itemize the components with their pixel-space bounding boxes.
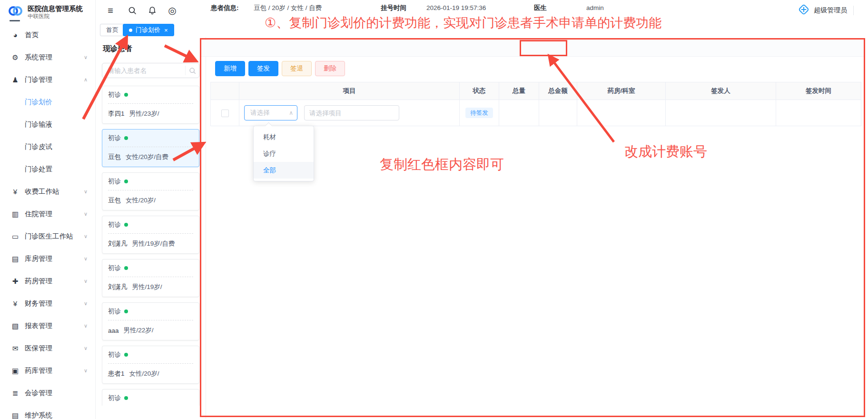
sidebar-item-outpatient-pricing[interactable]: 门诊划价 [0, 91, 95, 113]
sidebar-item-report-mgmt[interactable]: ▧ 报表管理 ∨ [0, 315, 95, 337]
patient-card[interactable]: 初诊 豆包女性/20岁/ [102, 172, 199, 210]
patient-info: 男性/22岁/ [124, 326, 154, 335]
sidebar-item-label: 药房管理 [25, 277, 52, 286]
dropdown-option-all[interactable]: 全部 [254, 162, 314, 179]
sidebar-item-label: 门诊处置 [25, 165, 52, 174]
row-checkbox[interactable] [221, 110, 229, 117]
checkout-button[interactable]: 签退 [282, 61, 312, 76]
patient-card[interactable]: 初诊 aaa男性/22岁/ [102, 302, 199, 340]
visit-type-label: 初诊 [108, 307, 121, 316]
item-type-select[interactable]: 请选择 ∧ [244, 105, 297, 120]
chevron-down-icon: ∨ [84, 211, 88, 217]
sidebar-item-drugstore-mgmt[interactable]: ▣ 药库管理 ∨ [0, 359, 95, 382]
app-subtitle: 中联医院 [28, 13, 83, 20]
patient-card[interactable]: 初诊 刘潇凡男性/19岁/自费 [102, 216, 199, 254]
sidebar-item-outpatient-disposal[interactable]: 门诊处置 [0, 158, 95, 180]
collapse-menu-icon[interactable]: ≡ [104, 4, 117, 17]
sidebar-item-warehouse-mgmt[interactable]: ▤ 库房管理 ∨ [0, 248, 95, 270]
user-role-label: 超级管理员 [814, 6, 847, 15]
table-row: 请选择 ∧ 待签发 [211, 100, 861, 126]
visit-type-label: 初诊 [108, 177, 121, 186]
sidebar-item-home[interactable]: ◕ 首页 [0, 24, 95, 46]
user-icon: ♟ [10, 76, 20, 84]
patient-card-selected[interactable]: 初诊 豆包女性/20岁/自费 [102, 129, 199, 167]
tab-outpatient-pricing[interactable]: 门诊划价 × [123, 24, 174, 36]
chevron-up-icon: ∧ [84, 77, 88, 83]
patient-list-panel: 现诊患者 初诊 李四1男性/23岁/ 初诊 豆包女性/20岁/自费 初诊 豆包女… [95, 37, 206, 419]
visit-type-label: 初诊 [108, 220, 121, 229]
gear-icon: ⚙ [10, 53, 20, 62]
close-icon[interactable]: × [164, 27, 168, 33]
col-checkbox [211, 82, 239, 100]
app-logo: 医院信息管理系统 中联医院 [0, 0, 95, 24]
bell-icon[interactable] [146, 4, 159, 17]
table-header-row: 项目 状态 总量 总金额 药房/科室 签发人 签发时间 [211, 82, 861, 100]
patient-card[interactable]: 初诊 患者1女性/20岁/ [102, 346, 199, 384]
status-dot [124, 180, 128, 183]
sidebar-item-label: 维护系统 [25, 411, 52, 419]
search-icon[interactable] [126, 4, 139, 17]
patient-card[interactable]: 初诊 李四1男性/23岁/ [102, 86, 199, 124]
status-dot [124, 396, 128, 400]
tab-label: 门诊划价 [136, 26, 160, 34]
patient-info: 男性/19岁/ [132, 283, 162, 291]
sidebar-item-outpatient-skintest[interactable]: 门诊皮试 [0, 136, 95, 158]
sidebar-item-maintenance[interactable]: ▤ 维护系统 [0, 404, 95, 419]
sidebar-item-consultation-mgmt[interactable]: ≣ 会诊管理 [0, 382, 95, 404]
aim-icon[interactable]: ◎ [166, 4, 179, 17]
patient-search-input[interactable] [102, 67, 185, 74]
sidebar-item-doctor-workstation[interactable]: ▭ 门诊医生工作站 ∨ [0, 225, 95, 248]
issue-button[interactable]: 签发 [248, 61, 278, 76]
search-icon[interactable] [185, 66, 199, 75]
reg-time-label: 挂号时间 [381, 0, 406, 16]
select-placeholder: 请选择 [250, 109, 289, 117]
issuer-cell [666, 100, 776, 126]
sidebar-item-outpatient-infusion[interactable]: 门诊输液 [0, 113, 95, 136]
status-dot [124, 309, 128, 313]
sidebar-item-insurance-mgmt[interactable]: ✉ 医保管理 ∨ [0, 337, 95, 359]
patient-name: 刘潇凡 [108, 283, 128, 291]
status-dot [124, 93, 128, 97]
bar-chart-icon: ▥ [10, 210, 20, 219]
active-dot [129, 29, 132, 32]
patient-card[interactable]: 初诊 刘潇凡男性/19岁/ [102, 259, 199, 297]
sidebar-item-pharmacy-mgmt[interactable]: ✚ 药房管理 ∨ [0, 270, 95, 292]
visit-type-label: 初诊 [108, 394, 121, 402]
tab-home[interactable]: 首页 [100, 24, 125, 36]
status-badge: 待签发 [465, 108, 493, 119]
sidebar-item-label: 收费工作站 [25, 187, 59, 196]
visit-type-label: 初诊 [108, 90, 121, 99]
chevron-down-icon: ∨ [84, 233, 88, 239]
sidebar-item-label: 门诊皮试 [25, 142, 52, 151]
patient-card[interactable]: 初诊 [102, 389, 199, 406]
doctor-value: admin [586, 0, 604, 16]
sidebar-item-finance-mgmt[interactable]: ¥ 财务管理 ∨ [0, 292, 95, 315]
user-menu[interactable]: 超级管理员 [798, 4, 847, 17]
sidebar-item-label: 门诊医生工作站 [25, 232, 73, 241]
item-search-input[interactable] [304, 105, 399, 120]
sidebar-item-outpatient-mgmt[interactable]: ♟ 门诊管理 ∧ [0, 69, 95, 91]
document-icon: ▤ [10, 411, 20, 419]
col-status: 状态 [460, 82, 499, 100]
add-button[interactable]: 新增 [215, 61, 245, 76]
dropdown-option-consumables[interactable]: 耗材 [254, 129, 314, 145]
delete-button[interactable]: 删除 [315, 61, 345, 76]
sidebar-item-system-mgmt[interactable]: ⚙ 系统管理 ∨ [0, 46, 95, 69]
sidebar-item-charging-station[interactable]: ¥ 收费工作站 ∨ [0, 180, 95, 203]
patient-name: 患者1 [108, 369, 125, 378]
sidebar-item-inpatient-mgmt[interactable]: ▥ 住院管理 ∨ [0, 203, 95, 225]
sidebar-item-label: 库房管理 [25, 254, 52, 263]
status-dot [124, 266, 128, 270]
hospital-logo-icon [7, 4, 24, 20]
patient-name: 李四1 [108, 110, 125, 118]
ledger-icon: ▧ [10, 322, 20, 330]
dropdown-option-treatment[interactable]: 诊疗 [254, 145, 314, 162]
col-issuer: 签发人 [666, 82, 776, 100]
patient-info-bar [201, 40, 864, 57]
monitor-icon: ▭ [10, 232, 20, 241]
image-icon: ▣ [10, 367, 20, 375]
divider [853, 6, 854, 15]
chevron-down-icon: ∨ [84, 323, 88, 329]
chevron-down-icon: ∨ [84, 368, 88, 374]
amount-cell [539, 100, 577, 126]
